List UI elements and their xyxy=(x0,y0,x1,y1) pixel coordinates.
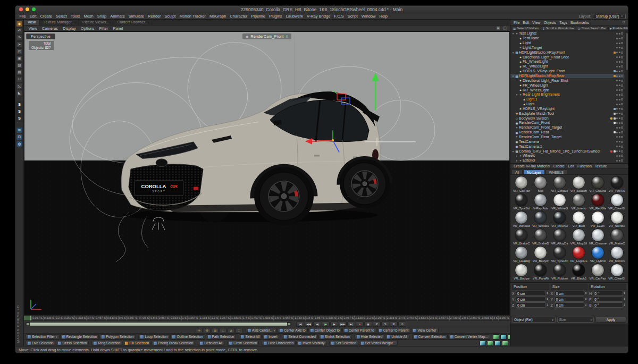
object-item[interactable]: ▾▩HDRLightStudio.VRay.Front xyxy=(510,50,624,55)
menu-sculpt[interactable]: Sculpt xyxy=(163,14,178,19)
editor-visibility-dot[interactable] xyxy=(616,66,618,67)
minimize-window-button[interactable] xyxy=(26,7,29,11)
modeling-cube-icon-4[interactable] xyxy=(502,341,508,346)
render-visibility-dot[interactable] xyxy=(619,66,620,67)
om-menu-bookmarks[interactable]: Bookmarks xyxy=(569,21,591,24)
editor-visibility-dot[interactable] xyxy=(616,160,618,162)
invert-visibility-button[interactable]: Invert Visibility xyxy=(296,341,326,346)
keyframe-scale-toggle[interactable]: S xyxy=(381,321,389,327)
workplane-cube-icon-2[interactable] xyxy=(500,334,507,340)
material-swatch[interactable]: VR_TyreSid xyxy=(512,193,531,210)
layer-chip[interactable] xyxy=(621,117,623,120)
menu-create[interactable]: Create xyxy=(38,14,54,19)
editor-visibility-dot[interactable] xyxy=(616,94,618,96)
render-visibility-dot[interactable] xyxy=(619,136,620,138)
tag-icon[interactable] xyxy=(610,150,612,153)
editor-visibility-dot[interactable] xyxy=(616,80,618,81)
menu-animate[interactable]: Animate xyxy=(108,14,127,19)
center-to-parent-button[interactable]: Center to Parent xyxy=(377,328,411,333)
value-stepper[interactable]: ▲▼ xyxy=(624,292,626,295)
convert-vertex-map-button[interactable]: Convert Vertex Map... xyxy=(448,334,490,340)
material-swatch[interactable]: VR_Swatch xyxy=(569,176,588,193)
modeling-cube-icon-3[interactable] xyxy=(494,341,501,346)
editor-visibility-dot[interactable] xyxy=(616,61,618,63)
tag-icon[interactable] xyxy=(614,70,616,72)
material-swatch[interactable]: VR_Bodyw xyxy=(512,264,531,281)
value-stepper[interactable]: ▲▼ xyxy=(547,292,549,295)
menu-render[interactable]: Render xyxy=(146,14,163,19)
zoom-window-button[interactable] xyxy=(32,7,36,11)
om-menu-tags[interactable]: Tags xyxy=(558,21,569,24)
set-vertex-weight-button[interactable]: Set Vertex Weight... xyxy=(359,341,398,346)
object-item[interactable]: ◉RenderCam_Rear xyxy=(510,130,624,135)
om-menu-edit[interactable]: Edit xyxy=(521,21,531,24)
editor-visibility-dot[interactable] xyxy=(616,132,618,133)
editor-visibility-dot[interactable] xyxy=(616,136,618,138)
coord-value-input[interactable]: 0 ° xyxy=(593,291,623,296)
coord-value-input[interactable]: 0 ° xyxy=(593,302,623,308)
tag-icon[interactable] xyxy=(614,113,616,115)
material-swatch[interactable]: VR_InnerGl xyxy=(550,211,569,228)
snap-toggle-icon[interactable]: ⊕ xyxy=(16,127,23,133)
editor-visibility-dot[interactable] xyxy=(616,127,618,129)
scroll-to-first-active-button[interactable]: ⇕Scroll to First Active xyxy=(541,26,576,31)
render-visibility-dot[interactable] xyxy=(619,56,620,58)
enable-filter-button[interactable]: ▾Enable Filter xyxy=(608,26,628,31)
om-menu-file[interactable]: File xyxy=(512,21,521,24)
editor-visibility-dot[interactable] xyxy=(616,75,618,77)
rectangle-selection-button[interactable]: Rectangle Selection xyxy=(60,334,99,340)
material-swatch[interactable]: VR_TyreRu xyxy=(607,176,626,193)
value-stepper[interactable]: ▲▼ xyxy=(624,303,626,307)
coord-value-input[interactable]: 0 cm xyxy=(555,291,585,296)
render-visibility-dot[interactable] xyxy=(619,47,620,48)
keyframe-rotation-toggle[interactable]: R xyxy=(390,321,398,327)
next-key-button[interactable]: ▶▶ xyxy=(339,321,347,327)
goto-end-button[interactable]: ▶| xyxy=(347,321,355,327)
render-visibility-dot[interactable] xyxy=(619,155,620,157)
value-stepper[interactable]: ▲▼ xyxy=(547,298,549,301)
goto-start-button[interactable]: |◀ xyxy=(296,321,304,327)
object-item[interactable]: ◉TestCamera.1 xyxy=(510,144,624,149)
render-visibility-dot[interactable] xyxy=(619,94,620,96)
menu-mesh[interactable]: Mesh xyxy=(82,14,95,19)
material-swatch[interactable]: VR_Mirrors xyxy=(607,246,626,263)
object-item[interactable]: ✶Directional Light_Rear Shot xyxy=(510,78,624,83)
viewport-menu-panel[interactable]: Panel xyxy=(111,26,125,31)
material-swatch[interactable]: VR_WhiteG xyxy=(550,193,569,210)
stepper-down-icon[interactable]: ▼ xyxy=(547,305,549,307)
layer-chip[interactable] xyxy=(621,108,623,110)
editor-visibility-dot[interactable] xyxy=(616,99,618,100)
object-item[interactable]: ✶Light xyxy=(510,41,624,46)
viewport-menu-options[interactable]: Options xyxy=(78,26,97,31)
layer-chip[interactable] xyxy=(621,75,623,77)
object-item[interactable]: ✶RR_WheelLight xyxy=(510,88,624,92)
material-swatch[interactable]: VR_CarPair xyxy=(512,176,531,193)
record-keyframe-button[interactable]: ● xyxy=(356,321,364,327)
editor-visibility-dot[interactable] xyxy=(616,43,618,44)
object-item[interactable]: ▾▦Corolla_GRS_HB_Bitone_1K6_18inchGRSwhe… xyxy=(510,149,624,154)
coord-value-input[interactable]: 0 cm xyxy=(516,291,546,296)
coord-value-input[interactable]: 0 cm xyxy=(555,302,585,308)
invert-button[interactable]: Invert xyxy=(262,334,279,340)
view-center-button[interactable]: View Center xyxy=(411,328,438,333)
menu-plugins[interactable]: Plugins xyxy=(267,14,284,19)
autokey-button[interactable]: ◉ xyxy=(364,321,372,327)
next-frame-button[interactable]: ▶ xyxy=(330,321,338,327)
center-axis-to-button[interactable]: Center Axis to xyxy=(278,328,307,333)
material-swatch[interactable]: VR_Chrome xyxy=(588,228,607,246)
layer-chip[interactable] xyxy=(621,61,623,63)
render-visibility-dot[interactable] xyxy=(619,33,620,35)
frame-range-slider[interactable] xyxy=(26,322,291,326)
material-menu-function[interactable]: Function xyxy=(576,164,593,168)
object-item[interactable]: ✶TestDome xyxy=(510,36,624,41)
polygon-selection-button[interactable]: Polygon Selection xyxy=(99,334,136,340)
tag-icon[interactable] xyxy=(614,117,616,120)
layer-chip[interactable] xyxy=(621,65,623,67)
layout-dropdown[interactable]: Startup (User) ▾ xyxy=(593,14,626,19)
material-menu-edit[interactable]: Edit xyxy=(566,164,576,168)
coordinate-system-icon[interactable]: ✛ xyxy=(196,328,203,333)
fill-selection-button[interactable]: Fill Selection xyxy=(123,341,151,346)
object-item[interactable]: ✶Light.1 xyxy=(510,97,624,102)
menu-pipeline[interactable]: Pipeline xyxy=(249,14,267,19)
polygons-mode-icon[interactable]: ◣ xyxy=(16,90,23,96)
